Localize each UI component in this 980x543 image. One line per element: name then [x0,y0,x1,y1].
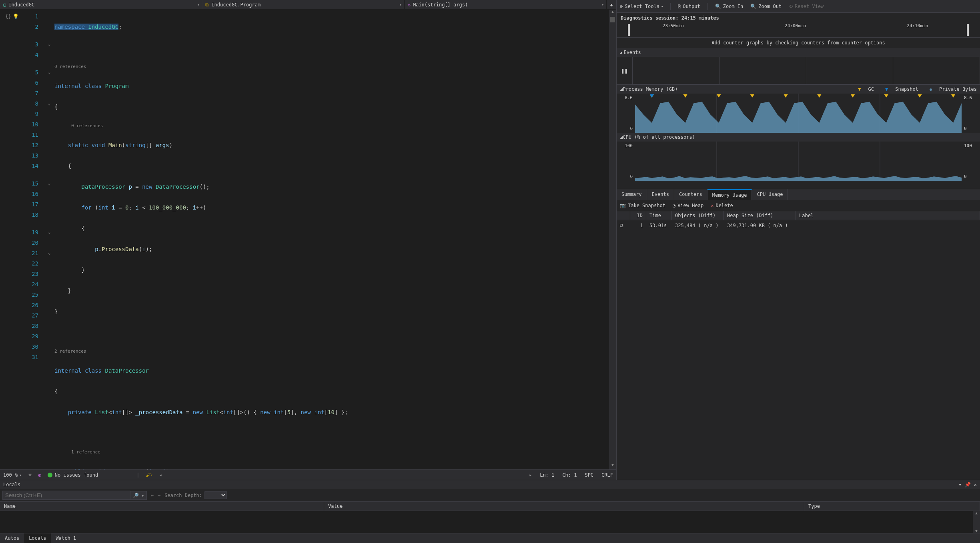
output-button[interactable]: ⎘Output [678,4,700,9]
editor-scrollbar[interactable]: ▲ ▼ [609,10,616,469]
tab-autos[interactable]: Autos [0,533,24,543]
svg-marker-10 [884,94,888,98]
cpu-chart-header[interactable]: ◢ CPU (% of all processors) [617,133,980,142]
cleanup-button[interactable]: 🖌 ▾ [146,472,152,478]
col-name[interactable]: Name [0,502,324,511]
col-time[interactable]: Time [646,211,672,220]
search-depth-select[interactable] [204,491,227,499]
timeline-tick-label: 23:50min [663,23,684,28]
tab-watch-1[interactable]: Watch 1 [51,533,81,543]
cpu-chart-title: CPU (% of all processors) [623,134,695,140]
check-icon [48,473,52,477]
legend-private-bytes: ●Private Bytes [924,86,977,92]
line-ending[interactable]: CRLF [601,472,613,478]
y-axis-min: 0 [630,126,633,131]
events-panel-header[interactable]: ◢Events [617,48,980,57]
glyph-margin[interactable]: {} 💡 [0,10,24,469]
indent-mode[interactable]: SPC [585,472,593,478]
timeline-tick-label: 24:10min [907,23,928,28]
col-label[interactable]: Label [796,211,980,220]
char-position[interactable]: Ch: 1 [562,472,577,478]
timeline-tick-label: 24:00min [785,23,806,28]
col-id[interactable]: ID [630,211,646,220]
codelens-references[interactable]: 1 reference [54,449,616,456]
tab-summary[interactable]: Summary [617,189,647,200]
delete-button[interactable]: ✕Delete [711,203,733,208]
scroll-up-icon[interactable]: ▲ [609,10,616,16]
cpu-chart[interactable]: 1000 1000 [617,142,980,181]
toggle-button[interactable]: ⤧ [28,472,32,478]
y-axis-min-right: 0 [964,174,967,179]
select-tools-button[interactable]: ⚙Select Tools ▾ [620,4,663,9]
col-value[interactable]: Value [324,502,804,511]
line-position[interactable]: Ln: 1 [540,472,554,478]
locals-body[interactable]: ▲▼ [0,511,980,533]
col-heap[interactable]: Heap Size (Diff) [724,211,796,220]
locals-search-input[interactable] [2,491,130,500]
split-window-button[interactable]: ✚ [607,2,616,8]
legend-gc: ▼GC [852,86,874,92]
breadcrumb-class[interactable]: ⧉ InducedGC.Program ▾ [202,0,404,9]
locals-search-bar: 🔎 ▾ ← → Search Depth: [0,489,980,502]
pause-button[interactable]: ❚❚ [617,57,633,84]
col-objects[interactable]: Objects (Diff) [672,211,724,220]
chevron-down-icon: ▾ [399,3,401,7]
issues-status[interactable]: No issues found [48,472,98,478]
take-snapshot-button[interactable]: 📷Take Snapshot [620,203,665,208]
svg-marker-11 [918,94,922,98]
zoom-out-button[interactable]: 🔍Zoom Out [750,4,782,9]
fold-column[interactable]: ⌄ ⌄⌄ ⌄ ⌄⌄ [44,10,54,469]
health-indicator[interactable]: ◐ [38,472,41,478]
lightbulb-icon[interactable]: 💡 [13,14,19,19]
editor-status-bar: 100 % ▾ ⤧ ◐ No issues found | 🖌 ▾ ◂ ▸ Ln… [0,469,616,480]
svg-marker-9 [851,94,855,98]
y-axis-min-right: 0 [964,126,967,131]
zoom-in-button[interactable]: 🔍Zoom In [715,4,744,9]
scroll-down-icon[interactable]: ▼ [609,463,616,469]
pin-icon[interactable]: 📌 [965,482,971,487]
breadcrumb: ▢ InducedGC ▾ ⧉ InducedGC.Program ▾ ◇ Ma… [0,0,616,10]
gear-icon: ⚙ [620,4,623,9]
zoom-level[interactable]: 100 % ▾ [3,472,22,478]
codelens-references[interactable]: 2 references [54,348,616,355]
tab-cpu-usage[interactable]: CPU Usage [752,189,788,200]
zoom-out-icon: 🔍 [750,4,756,9]
snapshot-row[interactable]: ⧉ 1 53.01s 325,484 ( n/a ) 349,731.00 KB… [617,220,980,231]
reset-icon: ⟲ [789,4,793,9]
codelens-references[interactable]: 0 references [54,122,616,130]
memory-chart-title: Process Memory (GB) [623,86,677,92]
view-heap-button[interactable]: ◔View Heap [673,203,703,208]
locals-scrollbar[interactable]: ▲▼ [973,511,980,533]
y-axis-max: 8.6 [625,95,633,100]
window-position-icon[interactable]: ▾ [959,482,962,487]
code-editor[interactable]: {} 💡 12 34 567891011121314 15161718 1920… [0,10,616,469]
diagnostics-toolbar: ⚙Select Tools ▾ ⎘Output 🔍Zoom In 🔍Zoom O… [617,0,980,13]
locals-panel-title-bar[interactable]: Locals ▾ 📌 ✕ [0,480,980,489]
search-prev-button[interactable]: ← [151,493,154,498]
tab-events[interactable]: Events [647,189,674,200]
svg-marker-5 [717,94,721,98]
search-icon: 🔎 [133,493,139,498]
scroll-thumb[interactable] [610,17,615,22]
search-button[interactable]: 🔎 ▾ [130,491,147,500]
search-next-button[interactable]: → [158,493,160,498]
reset-view-button[interactable]: ⟲Reset View [789,4,824,9]
search-depth-label: Search Depth: [164,493,202,498]
tab-memory-usage[interactable]: Memory Usage [707,189,752,200]
memory-chart-header[interactable]: ◢ Process Memory (GB) ▼GC ▼Snapshot ●Pri… [617,85,980,94]
snapshot-table: ID Time Objects (Diff) Heap Size (Diff) … [617,211,980,480]
codelens-references[interactable]: 0 references [54,63,616,70]
timeline-ruler[interactable]: 23:50min 24:00min 24:10min [617,23,980,38]
method-icon: ◇ [408,2,411,8]
code-content[interactable]: namespace InducedGC; 0 references intern… [54,10,616,469]
tab-locals[interactable]: Locals [24,533,51,543]
breadcrumb-file[interactable]: ▢ InducedGC ▾ [0,0,202,9]
memory-chart[interactable]: 8.60 8.60 [617,94,980,133]
col-icon[interactable] [617,211,630,220]
breadcrumb-method[interactable]: ◇ Main(string[] args) ▾ [405,0,607,9]
col-type[interactable]: Type [804,502,980,511]
tab-counters[interactable]: Counters [674,189,707,200]
events-lane[interactable]: ❚❚ [617,57,980,85]
close-icon[interactable]: ✕ [974,482,977,487]
y-axis-max: 100 [625,143,633,148]
